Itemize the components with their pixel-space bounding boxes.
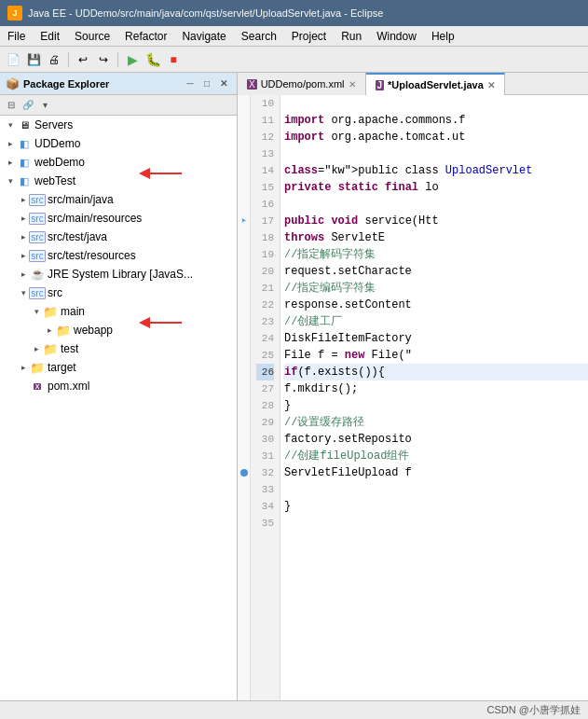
tree-label-5: src/main/resources bbox=[48, 212, 142, 225]
gutter-line-19 bbox=[238, 414, 250, 431]
tab-close-btn-1[interactable]: ✕ bbox=[487, 80, 495, 90]
code-line-25[interactable]: File f = new File(" bbox=[284, 347, 588, 364]
gutter-line-1 bbox=[238, 112, 250, 129]
code-line-27[interactable]: f.mkdirs(); bbox=[284, 380, 588, 397]
menu-item-refactor[interactable]: Refactor bbox=[117, 26, 174, 46]
menu-item-file[interactable]: File bbox=[0, 26, 33, 46]
tree-icon-7: src bbox=[30, 248, 45, 263]
gutter-line-16 bbox=[238, 364, 250, 380]
code-line-32[interactable]: ServletFileUpload f bbox=[284, 464, 588, 481]
code-lines[interactable]: import org.apache.commons.f import org.a… bbox=[280, 95, 588, 719]
code-line-22[interactable]: response.setContent bbox=[284, 297, 588, 313]
tree-item-8[interactable]: ▸☕JRE System Library [JavaS... bbox=[0, 265, 237, 283]
tree-item-9[interactable]: ▾srcsrc bbox=[0, 283, 237, 302]
toolbar-btn-debug[interactable]: 🐛 bbox=[144, 50, 162, 69]
toolbar-btn-stop[interactable]: ■ bbox=[164, 50, 183, 69]
menu-item-project[interactable]: Project bbox=[284, 26, 334, 46]
tree-item-0[interactable]: ▾🖥Servers bbox=[0, 116, 237, 134]
tree-arrow-3: ▾ bbox=[4, 176, 17, 186]
panel-toolbar: ⊟ 🔗 ▾ bbox=[0, 95, 237, 116]
menu-item-navigate[interactable]: Navigate bbox=[174, 26, 233, 46]
toolbar-btn-save[interactable]: 💾 bbox=[24, 50, 43, 69]
toolbar-btn-new[interactable]: 📄 bbox=[4, 50, 22, 69]
code-line-34[interactable]: } bbox=[284, 498, 588, 515]
panel-header: 📦 Package Explorer ─ □ ✕ bbox=[0, 73, 237, 95]
code-line-17[interactable]: public void service(Htt bbox=[284, 213, 588, 229]
code-line-19[interactable]: //指定解码字符集 bbox=[284, 246, 588, 263]
menu-item-source[interactable]: Source bbox=[67, 26, 117, 46]
tree-item-2[interactable]: ▸◧webDemo bbox=[0, 153, 237, 172]
line-number-20: 20 bbox=[256, 263, 274, 280]
tree-item-12[interactable]: ▸📁test bbox=[0, 339, 237, 358]
menu-item-help[interactable]: Help bbox=[424, 26, 462, 46]
tree-item-10[interactable]: ▾📁main bbox=[0, 302, 237, 321]
gutter-line-18 bbox=[238, 397, 250, 414]
gutter-line-11 bbox=[238, 280, 250, 297]
line-number-14: 14 bbox=[256, 162, 274, 179]
gutter-bookmark-icon bbox=[240, 469, 248, 477]
code-line-11[interactable]: import org.apache.commons.f bbox=[284, 112, 588, 129]
code-line-28[interactable]: } bbox=[284, 397, 588, 414]
panel-maximize-btn[interactable]: □ bbox=[199, 76, 214, 91]
menu-item-edit[interactable]: Edit bbox=[33, 26, 67, 46]
tree-item-14[interactable]: Xpom.xml bbox=[0, 377, 237, 395]
menu-item-window[interactable]: Window bbox=[369, 26, 424, 46]
tree-icon-9: src bbox=[30, 285, 45, 300]
collapse-all-btn[interactable]: ⊟ bbox=[4, 98, 19, 113]
gutter-line-13 bbox=[238, 313, 250, 330]
tree-item-3[interactable]: ▾◧webTest bbox=[0, 172, 237, 190]
code-line-35[interactable] bbox=[284, 515, 588, 532]
code-line-13[interactable] bbox=[284, 145, 588, 162]
tree-item-11[interactable]: ▸📁webapp bbox=[0, 321, 237, 339]
toolbar-btn-undo[interactable]: ↩ bbox=[74, 50, 92, 69]
code-line-26[interactable]: if(f.exists()){ bbox=[284, 364, 588, 380]
line-number-24: 24 bbox=[256, 330, 274, 347]
status-bar: CSDN @小唐学抓娃 bbox=[0, 700, 588, 719]
tree-label-0: Servers bbox=[34, 118, 73, 131]
code-area[interactable]: ➤ 10111213141516171819202122232425262728… bbox=[238, 95, 588, 719]
tree-arrow-8: ▸ bbox=[17, 270, 30, 279]
tree-arrow-9: ▾ bbox=[17, 288, 30, 297]
code-line-18[interactable]: throws ServletE bbox=[284, 229, 588, 246]
tree-item-5[interactable]: ▸srcsrc/main/resources bbox=[0, 209, 237, 228]
editor-tab-0[interactable]: XUDDemo/pom.xml✕ bbox=[238, 73, 366, 95]
code-line-20[interactable]: request.setCharacte bbox=[284, 263, 588, 280]
panel-close-btn[interactable]: ✕ bbox=[216, 76, 231, 91]
tree-item-13[interactable]: ▸📁target bbox=[0, 358, 237, 377]
code-line-12[interactable]: import org.apache.tomcat.ut bbox=[284, 129, 588, 145]
code-line-31[interactable]: //创建fileUpload组件 bbox=[284, 448, 588, 464]
code-line-29[interactable]: //设置缓存路径 bbox=[284, 414, 588, 431]
panel-minimize-btn[interactable]: ─ bbox=[183, 76, 198, 91]
editor-tab-1[interactable]: J*UploadServlet.java✕ bbox=[366, 73, 505, 95]
code-line-16[interactable] bbox=[284, 196, 588, 213]
toolbar-btn-print[interactable]: 🖨 bbox=[45, 50, 63, 69]
panel-menu-btn[interactable]: ▾ bbox=[37, 98, 52, 113]
title-bar: J Java EE - UDDemo/src/main/java/com/qst… bbox=[0, 0, 588, 26]
menu-item-run[interactable]: Run bbox=[334, 26, 369, 46]
toolbar-btn-run[interactable]: ▶ bbox=[123, 50, 142, 69]
package-explorer-icon: 📦 bbox=[6, 77, 20, 90]
tree-icon-6: src bbox=[30, 229, 45, 244]
tree-icon-4: src bbox=[30, 192, 45, 207]
code-line-15[interactable]: private static final lo bbox=[284, 179, 588, 196]
code-line-14[interactable]: class="kw">public class UploadServlet bbox=[284, 162, 588, 179]
code-line-10[interactable] bbox=[284, 95, 588, 112]
tab-close-btn-0[interactable]: ✕ bbox=[349, 79, 356, 90]
menu-item-search[interactable]: Search bbox=[234, 26, 284, 46]
tree-item-7[interactable]: ▸srcsrc/test/resources bbox=[0, 246, 237, 265]
tree-label-14: pom.xml bbox=[48, 380, 89, 393]
code-line-24[interactable]: DiskFileItemFactory bbox=[284, 330, 588, 347]
code-line-33[interactable] bbox=[284, 481, 588, 498]
tree-item-1[interactable]: ▸◧UDDemo bbox=[0, 134, 237, 153]
tree-item-4[interactable]: ▸srcsrc/main/java bbox=[0, 190, 237, 209]
tree-item-6[interactable]: ▸srcsrc/test/java bbox=[0, 228, 237, 246]
line-number-35: 35 bbox=[256, 515, 274, 532]
code-line-21[interactable]: //指定编码字符集 bbox=[284, 280, 588, 297]
link-editor-btn[interactable]: 🔗 bbox=[21, 98, 35, 113]
code-line-30[interactable]: factory.setReposito bbox=[284, 431, 588, 448]
toolbar-btn-redo[interactable]: ↪ bbox=[94, 50, 113, 69]
code-line-23[interactable]: //创建工厂 bbox=[284, 313, 588, 330]
toolbar-sep-1 bbox=[68, 52, 69, 67]
tree-arrow-10: ▾ bbox=[30, 307, 43, 316]
tree-label-1: UDDemo bbox=[34, 137, 80, 150]
